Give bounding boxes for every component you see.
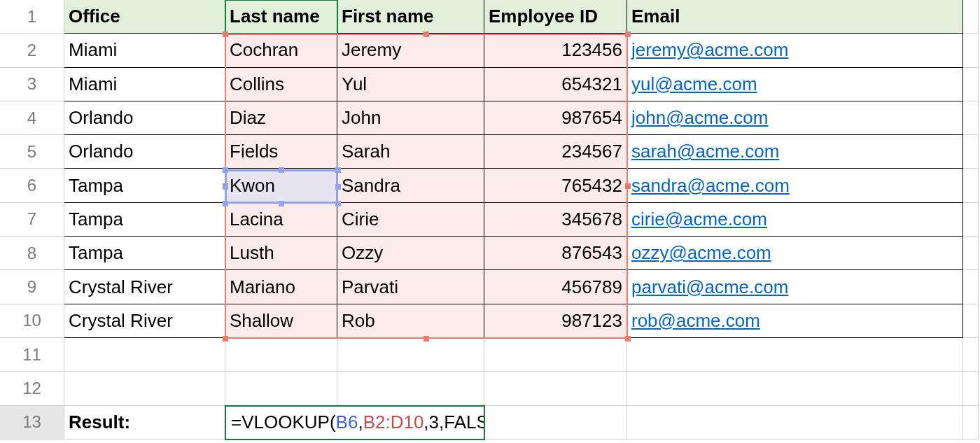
cell-C4[interactable]: John [337, 101, 484, 135]
cell-C7[interactable]: Cirie [337, 203, 484, 237]
cell-B1[interactable]: Last name [225, 0, 337, 34]
cell-F2[interactable] [963, 34, 979, 67]
cell-B11[interactable] [225, 338, 337, 372]
cell-D2[interactable]: 123456 [484, 34, 627, 67]
cell-E13[interactable] [627, 406, 963, 440]
cell-D12[interactable] [484, 372, 627, 405]
cell-B4[interactable]: Diaz [225, 101, 337, 135]
cell-E9[interactable]: parvati@acme.com [627, 270, 963, 304]
cell-C1[interactable]: First name [337, 0, 484, 34]
row-header-2[interactable]: 2 [0, 34, 64, 67]
cell-F9[interactable] [963, 270, 979, 304]
cell-A4[interactable]: Orlando [64, 101, 225, 135]
cell-B2[interactable]: Cochran [225, 34, 337, 67]
formula-token-ref1: B6 [336, 412, 358, 433]
cell-F1[interactable] [963, 0, 979, 34]
cell-F8[interactable] [963, 237, 979, 270]
cell-B13-formula[interactable]: =VLOOKUP(B6,B2:D10,3,FALSE) [225, 406, 484, 440]
row-header-1[interactable]: 1 [0, 0, 64, 34]
cell-F5[interactable] [963, 135, 979, 169]
cell-D4[interactable]: 987654 [484, 101, 627, 135]
cell-B3[interactable]: Collins [225, 68, 337, 101]
cell-E3[interactable]: yul@acme.com [627, 68, 963, 101]
cell-E5[interactable]: sarah@acme.com [627, 135, 963, 169]
formula-token-ref2: B2:D10 [363, 412, 424, 433]
row-header-12[interactable]: 12 [0, 372, 64, 405]
cell-A11[interactable] [64, 338, 225, 372]
row-header-4[interactable]: 4 [0, 101, 64, 135]
cell-E8[interactable]: ozzy@acme.com [627, 237, 963, 270]
row-header-10[interactable]: 10 [0, 304, 64, 338]
cell-A3[interactable]: Miami [64, 68, 225, 101]
row-5: 5 Orlando Fields Sarah 234567 sarah@acme… [0, 135, 979, 169]
cell-A7[interactable]: Tampa [64, 203, 225, 237]
cell-A2[interactable]: Miami [64, 34, 225, 67]
row-header-11[interactable]: 11 [0, 338, 64, 372]
cell-C11[interactable] [337, 338, 484, 372]
cell-B10[interactable]: Shallow [225, 304, 337, 338]
cell-D10[interactable]: 987123 [484, 304, 627, 338]
cell-D3[interactable]: 654321 [484, 68, 627, 101]
cell-B5[interactable]: Fields [225, 135, 337, 169]
cell-C2[interactable]: Jeremy [337, 34, 484, 67]
cell-D7[interactable]: 345678 [484, 203, 627, 237]
spreadsheet[interactable]: 1 Office Last name First name Employee I… [0, 0, 979, 440]
row-header-9[interactable]: 9 [0, 270, 64, 304]
cell-F3[interactable] [963, 68, 979, 101]
cell-B6[interactable]: Kwon [225, 169, 337, 202]
cell-E7[interactable]: cirie@acme.com [627, 203, 963, 237]
cell-F10[interactable] [963, 304, 979, 338]
cell-C9[interactable]: Parvati [337, 270, 484, 304]
cell-E1[interactable]: Email [627, 0, 963, 34]
row-header-13[interactable]: 13 [0, 406, 64, 440]
cell-C5[interactable]: Sarah [337, 135, 484, 169]
cell-D11[interactable] [484, 338, 627, 372]
cell-E11[interactable] [627, 338, 963, 372]
row-header-6[interactable]: 6 [0, 169, 64, 202]
cell-E2[interactable]: jeremy@acme.com [627, 34, 963, 67]
cell-A5[interactable]: Orlando [64, 135, 225, 169]
cell-C10[interactable]: Rob [337, 304, 484, 338]
cell-E10[interactable]: rob@acme.com [627, 304, 963, 338]
cell-F6[interactable] [963, 169, 979, 202]
row-12: 12 [0, 372, 979, 405]
cell-A10[interactable]: Crystal River [64, 304, 225, 338]
cell-D9[interactable]: 456789 [484, 270, 627, 304]
row-4: 4 Orlando Diaz John 987654 john@acme.com [0, 101, 979, 135]
row-header-3[interactable]: 3 [0, 68, 64, 101]
formula-token-arg4: FALSE [444, 412, 484, 433]
cell-A6[interactable]: Tampa [64, 169, 225, 202]
cell-C8[interactable]: Ozzy [337, 237, 484, 270]
row-6: 6 Tampa Kwon Sandra 765432 sandra@acme.c… [0, 169, 979, 202]
cell-E12[interactable] [627, 372, 963, 405]
cell-E4[interactable]: john@acme.com [627, 101, 963, 135]
row-header-8[interactable]: 8 [0, 237, 64, 270]
cell-F11[interactable] [963, 338, 979, 372]
cell-C6[interactable]: Sandra [337, 169, 484, 202]
cell-F7[interactable] [963, 203, 979, 237]
row-8: 8 Tampa Lusth Ozzy 876543 ozzy@acme.com [0, 237, 979, 270]
cell-D13[interactable] [484, 406, 627, 440]
cell-B8[interactable]: Lusth [225, 237, 337, 270]
cell-A8[interactable]: Tampa [64, 237, 225, 270]
cell-F4[interactable] [963, 101, 979, 135]
cell-C12[interactable] [337, 372, 484, 405]
cell-C3[interactable]: Yul [337, 68, 484, 101]
cell-B7[interactable]: Lacina [225, 203, 337, 237]
row-header-7[interactable]: 7 [0, 203, 64, 237]
cell-E6[interactable]: sandra@acme.com [627, 169, 963, 202]
row-header-5[interactable]: 5 [0, 135, 64, 169]
cell-A13-result-label[interactable]: Result: [64, 406, 225, 440]
cell-D5[interactable]: 234567 [484, 135, 627, 169]
cell-A9[interactable]: Crystal River [64, 270, 225, 304]
cell-D8[interactable]: 876543 [484, 237, 627, 270]
cell-D6[interactable]: 765432 [484, 169, 627, 202]
cell-F13[interactable] [963, 406, 979, 440]
row-13: 13 Result: =VLOOKUP(B6,B2:D10,3,FALSE) [0, 406, 979, 440]
cell-F12[interactable] [963, 372, 979, 405]
cell-B12[interactable] [225, 372, 337, 405]
cell-A1[interactable]: Office [64, 0, 225, 34]
cell-A12[interactable] [64, 372, 225, 405]
cell-D1[interactable]: Employee ID [484, 0, 627, 34]
cell-B9[interactable]: Mariano [225, 270, 337, 304]
